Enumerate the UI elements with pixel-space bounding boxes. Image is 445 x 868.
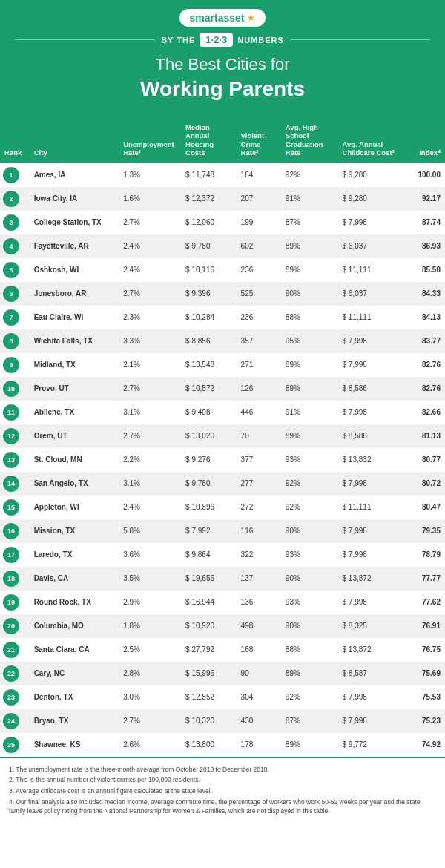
graduation-cell: 92% (283, 163, 340, 187)
city-name: Appleton, WI (34, 503, 79, 511)
childcare-cell: $ 7,998 (340, 211, 405, 234)
index-cell: 76.91 (404, 614, 445, 638)
rank-cell: 17 (0, 543, 31, 567)
rank-cell: 25 (0, 733, 31, 757)
rank-cell: 11 (0, 401, 31, 424)
rank-cell: 12 (0, 424, 31, 448)
housing-cell: $ 8,856 (182, 329, 238, 353)
table-row: 11 Abilene, TX 3.1% $ 9,408 446 91% $ 7,… (0, 401, 445, 424)
city-cell: Eau Claire, WI (31, 306, 121, 329)
housing-cell: $ 9,396 (182, 282, 238, 306)
index-cell: 83.77 (404, 329, 445, 353)
housing-cell: $ 27,792 (182, 638, 238, 662)
childcare-cell: $ 9,772 (340, 733, 405, 757)
rank-cell: 21 (0, 638, 31, 662)
by-the-label: BY THE (161, 36, 195, 45)
unemployment-cell: 2.3% (120, 306, 182, 329)
header-section: smartasset ★ BY THE 1·2·3 NUMBERS The Be… (0, 0, 445, 117)
rank-circle: 10 (3, 381, 19, 397)
graduation-cell: 90% (283, 614, 340, 638)
rank-circle: 16 (3, 523, 19, 539)
rank-cell: 7 (0, 306, 31, 329)
violent-crime-cell: 137 (238, 567, 283, 591)
footnote: 3. Average childcare cost is an annual f… (9, 787, 436, 796)
col-childcare: Avg. Annual Childcare Cost³ (340, 117, 405, 163)
housing-cell: $ 7,992 (182, 519, 238, 543)
rank-cell: 2 (0, 187, 31, 211)
violent-crime-cell: 116 (238, 519, 283, 543)
col-housing: Median Annual Housing Costs (182, 117, 238, 163)
table-row: 4 Fayetteville, AR 2.4% $ 9,780 602 89% … (0, 234, 445, 258)
unemployment-cell: 2.7% (120, 424, 182, 448)
table-row: 7 Eau Claire, WI 2.3% $ 10,284 236 88% $… (0, 306, 445, 329)
col-graduation: Avg. High School Graduation Rate (283, 117, 340, 163)
childcare-cell: $ 11,111 (340, 306, 405, 329)
city-cell: Davis, CA (31, 567, 121, 591)
city-name: Laredo, TX (34, 550, 73, 559)
col-rank: Rank (0, 117, 31, 163)
city-cell: Mission, TX (31, 519, 121, 543)
unemployment-cell: 2.4% (120, 258, 182, 282)
rank-cell: 8 (0, 329, 31, 353)
rank-cell: 23 (0, 685, 31, 709)
graduation-cell: 89% (283, 424, 340, 448)
index-cell: 77.77 (404, 567, 445, 591)
table-row: 16 Mission, TX 5.8% $ 7,992 116 90% $ 7,… (0, 519, 445, 543)
graduation-cell: 91% (283, 401, 340, 424)
footnotes-section: 1. The unemployment rate is the three-mo… (0, 757, 445, 826)
graduation-cell: 92% (283, 685, 340, 709)
housing-cell: $ 13,800 (182, 733, 238, 757)
table-row: 19 Round Rock, TX 2.9% $ 16,944 136 93% … (0, 591, 445, 614)
city-name: Orem, UT (34, 432, 67, 440)
city-name: Santa Clara, CA (34, 645, 90, 654)
rank-cell: 19 (0, 591, 31, 614)
city-name: Cary, NC (34, 669, 65, 677)
city-name: Provo, UT (34, 384, 69, 392)
index-cell: 86.93 (404, 234, 445, 258)
rank-cell: 5 (0, 258, 31, 282)
violent-crime-cell: 126 (238, 377, 283, 401)
housing-cell: $ 9,864 (182, 543, 238, 567)
violent-crime-cell: 525 (238, 282, 283, 306)
unemployment-cell: 2.2% (120, 448, 182, 472)
violent-crime-cell: 277 (238, 472, 283, 496)
rank-circle: 15 (3, 499, 19, 516)
violent-crime-cell: 430 (238, 709, 283, 733)
numbers-badge: 1·2·3 (200, 33, 233, 47)
city-cell: College Station, TX (31, 211, 121, 234)
housing-cell: $ 9,780 (182, 234, 238, 258)
unemployment-cell: 3.6% (120, 543, 182, 567)
rank-circle: 9 (3, 357, 19, 373)
unemployment-cell: 2.4% (120, 234, 182, 258)
table-row: 18 Davis, CA 3.5% $ 19,656 137 90% $ 13,… (0, 567, 445, 591)
city-cell: Provo, UT (31, 377, 121, 401)
housing-cell: $ 16,944 (182, 591, 238, 614)
table-row: 2 Iowa City, IA 1.6% $ 12,372 207 91% $ … (0, 187, 445, 211)
city-cell: Shawnee, KS (31, 733, 121, 757)
violent-crime-cell: 207 (238, 187, 283, 211)
index-cell: 75.69 (404, 662, 445, 685)
childcare-cell: $ 7,998 (340, 472, 405, 496)
violent-crime-cell: 199 (238, 211, 283, 234)
violent-crime-cell: 377 (238, 448, 283, 472)
left-line (15, 39, 155, 40)
city-name: Iowa City, IA (34, 194, 78, 203)
table-row: 10 Provo, UT 2.7% $ 10,572 126 89% $ 8,5… (0, 377, 445, 401)
city-cell: St. Cloud, MN (31, 448, 121, 472)
childcare-cell: $ 7,998 (340, 401, 405, 424)
city-name: Jonesboro, AR (34, 289, 87, 297)
unemployment-cell: 2.8% (120, 662, 182, 685)
rank-cell: 4 (0, 234, 31, 258)
table-row: 20 Columbia, MO 1.8% $ 10,920 498 90% $ … (0, 614, 445, 638)
violent-crime-cell: 90 (238, 662, 283, 685)
main-title: The Best Cities for Working Parents (15, 54, 430, 102)
rank-circle: 12 (3, 428, 19, 444)
city-name: San Angelo, TX (34, 479, 88, 487)
unemployment-cell: 2.9% (120, 591, 182, 614)
index-cell: 92.17 (404, 187, 445, 211)
graduation-cell: 91% (283, 187, 340, 211)
index-cell: 80.77 (404, 448, 445, 472)
index-cell: 87.74 (404, 211, 445, 234)
index-cell: 75.53 (404, 685, 445, 709)
graduation-cell: 89% (283, 258, 340, 282)
